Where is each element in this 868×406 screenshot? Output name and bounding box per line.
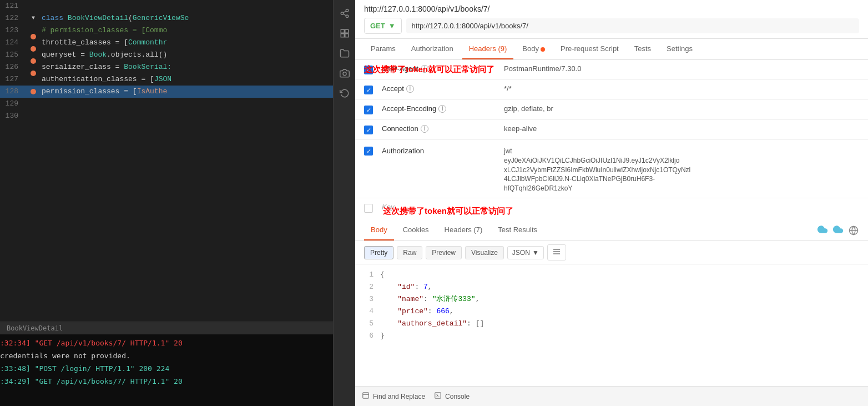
find-replace-btn[interactable]: Find and Replace (362, 392, 425, 401)
cloud-icon-1[interactable] (817, 224, 828, 237)
format-btn-pretty[interactable]: Pretty (364, 246, 393, 259)
terminal-line-2: credentials were not provided. (0, 349, 333, 362)
header-row-authorization: ✓ Authorization jwt eyJ0eXAiOiJKV1QiLCJh… (355, 140, 868, 198)
code-editor: 121 122 ▼ class BookViewDetail(GenericVi… (0, 0, 333, 406)
info-icon-accept: i (406, 85, 414, 93)
method-select[interactable]: GET ▼ (364, 18, 402, 34)
sidebar-icon-camera[interactable] (336, 64, 354, 82)
svg-point-9 (343, 72, 346, 76)
tab-authorization[interactable]: Authorization (405, 39, 460, 59)
terminal-section: :32:34] "GET /api/v1/books/7/ HTTP/1.1" … (0, 334, 333, 406)
method-chevron: ▼ (388, 22, 396, 30)
response-tab-test-results[interactable]: Test Results (491, 220, 544, 240)
header-value-accept-encoding: gzip, deflate, br (504, 104, 859, 113)
header-key-accept: Accept i (382, 84, 504, 93)
format-btn-visualize[interactable]: Visualize (465, 246, 504, 259)
request-url-input[interactable] (406, 18, 859, 33)
fold-arrow-122[interactable]: ▼ (32, 12, 35, 24)
breakpoint-124[interactable] (31, 34, 36, 39)
code-line-121: 121 (0, 0, 333, 12)
breakpoint-127[interactable] (31, 71, 36, 76)
info-icon-connection: i (421, 125, 428, 133)
format-controls: Pretty Raw Preview Visualize JSON ▼ (355, 241, 868, 264)
svg-line-4 (343, 11, 346, 13)
tab-params[interactable]: Params (364, 39, 402, 59)
editor-lines-area: 121 122 ▼ class BookViewDetail(GenericVi… (0, 0, 333, 322)
line-gutter-122: ▼ (25, 12, 42, 24)
code-line-127: 127 authentication_classes = [JSON (0, 73, 333, 86)
svg-point-1 (341, 12, 344, 15)
checkbox-authorization[interactable]: ✓ (364, 147, 377, 156)
terminal-line-4: :34:29] "GET /api/v1/books/7/ HTTP/1.1" … (0, 375, 333, 388)
sidebar-icon-history[interactable] (336, 84, 354, 102)
tab-pre-request[interactable]: Pre-request Script (554, 39, 625, 59)
checkbox-key-new[interactable] (364, 204, 377, 213)
format-btn-preview[interactable]: Preview (426, 246, 462, 259)
header-value-connection: keep-alive (504, 124, 859, 133)
checkbox-accept[interactable]: ✓ (364, 86, 377, 94)
sidebar-icon-share[interactable] (336, 4, 354, 22)
svg-rect-6 (345, 29, 348, 33)
cloud-icon-2[interactable] (832, 224, 844, 237)
tab-settings[interactable]: Settings (660, 39, 699, 59)
json-line-2: 2 "id": 7, (355, 281, 868, 293)
header-key-accept-encoding: Accept-Encoding i (382, 104, 504, 113)
console-btn[interactable]: Console (434, 392, 470, 401)
response-tab-body[interactable]: Body (364, 220, 394, 240)
svg-point-0 (346, 9, 349, 12)
json-line-3: 3 "name": "水浒传333", (355, 293, 868, 305)
info-icon-accept-encoding: i (438, 105, 446, 113)
tab-body[interactable]: Body (516, 39, 552, 59)
beautify-btn[interactable] (547, 244, 566, 260)
header-row-connection: ✓ Connection i keep-alive (355, 120, 868, 140)
svg-rect-7 (341, 34, 344, 37)
checkbox-accept-encoding[interactable]: ✓ (364, 106, 377, 114)
class-breadcrumb: BookViewDetail (7, 324, 63, 332)
response-tab-headers[interactable]: Headers (7) (438, 220, 489, 240)
header-value-authorization: jwt eyJ0eXAiOiJKV1QiLCJhbGciOiJIUzI1NiJ9… (504, 147, 859, 193)
bottom-bar: Find and Replace Console (355, 386, 868, 406)
json-line-4: 4 "price": 666, (355, 305, 868, 318)
sidebar-icon-menu[interactable] (336, 24, 354, 42)
header-key-authorization: Authorization (382, 147, 504, 155)
console-label: Console (445, 393, 470, 400)
body-dot (541, 47, 545, 52)
response-section: Body Cookies Headers (7) Test Results (355, 215, 868, 386)
request-tabs-row: Params Authorization Headers (9) Body Pr… (355, 39, 868, 60)
code-line-124: 124 throttle_classes = [Commonthr (0, 37, 333, 49)
annotation-text: 这次携带了token就可以正常访问了 (364, 64, 494, 75)
response-tab-cookies[interactable]: Cookies (396, 220, 436, 240)
svg-rect-15 (363, 393, 369, 399)
globe-icon[interactable] (848, 225, 859, 236)
response-actions (817, 224, 859, 237)
find-replace-label: Find and Replace (373, 393, 425, 400)
terminal-line-3: :33:48] "POST /login/ HTTP/1.1" 200 224 (0, 362, 333, 375)
breakpoint-126[interactable] (31, 58, 36, 64)
json-line-5: 5 "authors_detail": [] (355, 318, 868, 330)
json-format-select[interactable]: JSON ▼ (507, 246, 544, 259)
url-bar: http://127.0.0.1:8000/api/v1/books/7/ GE… (355, 0, 868, 39)
method-label: GET (370, 22, 385, 30)
breakpoint-125[interactable] (31, 46, 36, 52)
svg-rect-5 (341, 29, 344, 33)
checkbox-connection[interactable]: ✓ (364, 126, 377, 134)
console-icon (434, 392, 442, 401)
header-key-connection: Connection i (382, 124, 504, 133)
code-line-122: 122 ▼ class BookViewDetail(GenericViewSe (0, 12, 333, 24)
code-line-123: 123 # permission_classes = [Commo (0, 24, 333, 37)
postman-panel: http://127.0.0.1:8000/api/v1/books/7/ GE… (355, 0, 868, 406)
header-row-accept: ✓ Accept i */* (355, 80, 868, 100)
sidebar-icon-folder[interactable] (336, 44, 354, 62)
tab-tests[interactable]: Tests (628, 39, 658, 59)
url-display: http://127.0.0.1:8000/api/v1/books/7/ (364, 4, 859, 18)
terminal-line-1: :32:34] "GET /api/v1/books/7/ HTTP/1.1" … (0, 337, 333, 349)
tab-headers[interactable]: Headers (9) (462, 39, 514, 59)
code-line-130: 130 (0, 110, 333, 122)
code-line-125: 125 queryset = Book.objects.all() (0, 49, 333, 61)
json-format-label: JSON (512, 249, 530, 257)
line-gutter-128: ▷ (25, 86, 42, 98)
breakpoint-128[interactable] (31, 89, 36, 94)
header-value-accept: */* (504, 84, 859, 93)
headers-table: ✓ User-Agent i PostmanRuntime/7.30.0 ✓ A… (355, 60, 868, 215)
format-btn-raw[interactable]: Raw (397, 246, 422, 259)
